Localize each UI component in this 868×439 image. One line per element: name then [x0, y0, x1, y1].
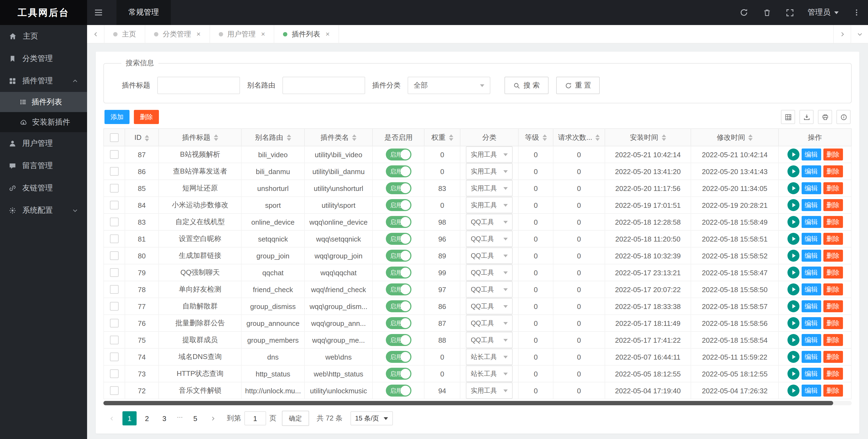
- column-header-title[interactable]: 插件标题: [159, 129, 242, 146]
- category-select[interactable]: 站长工具: [466, 349, 513, 365]
- delete-button[interactable]: 删除: [823, 300, 843, 312]
- sidebar-item-links[interactable]: 友链管理: [0, 177, 87, 199]
- tab-home[interactable]: 主页: [104, 25, 145, 43]
- row-checkbox[interactable]: [110, 336, 119, 345]
- detail-button[interactable]: [787, 149, 799, 160]
- close-icon[interactable]: ×: [261, 30, 265, 37]
- alias-route-input[interactable]: [282, 77, 365, 94]
- tab-scroll-left-button[interactable]: [87, 25, 104, 43]
- delete-button[interactable]: 删除: [823, 216, 843, 228]
- row-checkbox[interactable]: [110, 150, 119, 159]
- print-button[interactable]: [818, 110, 832, 124]
- sidebar-item-plugin[interactable]: 插件管理: [0, 70, 87, 92]
- delete-button[interactable]: 删除: [823, 385, 843, 397]
- delete-button[interactable]: 删除: [823, 250, 843, 262]
- detail-button[interactable]: [787, 385, 799, 397]
- row-checkbox[interactable]: [110, 201, 119, 210]
- page-size-select[interactable]: 15 条/页: [350, 411, 393, 426]
- column-header-level[interactable]: 等级: [518, 129, 553, 146]
- edit-button[interactable]: 编辑: [801, 216, 821, 228]
- sort-icon[interactable]: [214, 134, 218, 141]
- row-checkbox[interactable]: [110, 252, 119, 260]
- edit-button[interactable]: 编辑: [801, 199, 821, 211]
- search-button[interactable]: 搜 索: [504, 77, 548, 94]
- page-button-3[interactable]: 3: [157, 411, 172, 426]
- enable-toggle[interactable]: 启用: [385, 266, 411, 279]
- row-checkbox[interactable]: [110, 386, 119, 395]
- filter-columns-button[interactable]: [781, 110, 795, 124]
- delete-button[interactable]: 删除: [823, 266, 843, 279]
- edit-button[interactable]: 编辑: [801, 165, 821, 177]
- detail-button[interactable]: [787, 368, 799, 380]
- category-select[interactable]: 实用工具: [466, 146, 513, 163]
- row-checkbox[interactable]: [110, 235, 119, 244]
- confirm-button[interactable]: 确定: [282, 411, 309, 426]
- sort-icon[interactable]: [748, 134, 753, 141]
- sidebar-item-install-plugin[interactable]: 安装新插件: [0, 112, 87, 132]
- delete-button[interactable]: 删除: [823, 334, 843, 346]
- category-select[interactable]: 站长工具: [466, 366, 513, 382]
- clear-cache-button[interactable]: [755, 0, 778, 25]
- edit-button[interactable]: 编辑: [801, 283, 821, 295]
- column-header-id[interactable]: ID: [125, 129, 159, 146]
- category-select[interactable]: QQ工具: [466, 214, 513, 230]
- enable-toggle[interactable]: 启用: [385, 149, 411, 160]
- edit-button[interactable]: 编辑: [801, 334, 821, 346]
- category-select[interactable]: QQ工具: [466, 315, 513, 331]
- detail-button[interactable]: [787, 199, 799, 211]
- next-page-button[interactable]: [206, 411, 220, 426]
- enable-toggle[interactable]: 启用: [385, 317, 411, 329]
- category-select[interactable]: QQ工具: [466, 248, 513, 264]
- row-checkbox[interactable]: [110, 319, 119, 328]
- delete-button[interactable]: 删除: [823, 165, 843, 177]
- category-select[interactable]: QQ工具: [466, 264, 513, 281]
- delete-button[interactable]: 删除: [823, 233, 843, 245]
- batch-delete-button[interactable]: 删除: [134, 110, 159, 124]
- edit-button[interactable]: 编辑: [801, 351, 821, 363]
- scrollbar-thumb[interactable]: [103, 401, 833, 405]
- tab-category[interactable]: 分类管理 ×: [145, 25, 210, 43]
- sort-icon[interactable]: [449, 134, 453, 141]
- detail-button[interactable]: [787, 351, 799, 363]
- column-header-req[interactable]: 请求次数...: [553, 129, 605, 146]
- delete-button[interactable]: 删除: [823, 182, 843, 194]
- detail-button[interactable]: [787, 182, 799, 194]
- enable-toggle[interactable]: 启用: [385, 250, 411, 262]
- enable-toggle[interactable]: 启用: [385, 283, 411, 295]
- edit-button[interactable]: 编辑: [801, 317, 821, 329]
- goto-page-input[interactable]: [244, 411, 266, 426]
- edit-button[interactable]: 编辑: [801, 233, 821, 245]
- sort-icon[interactable]: [145, 135, 149, 141]
- row-checkbox[interactable]: [110, 285, 119, 294]
- delete-button[interactable]: 删除: [823, 199, 843, 211]
- category-select[interactable]: QQ工具: [466, 231, 513, 247]
- close-icon[interactable]: ×: [326, 30, 330, 37]
- prev-page-button[interactable]: [104, 411, 119, 426]
- delete-button[interactable]: 删除: [823, 317, 843, 329]
- plugin-title-input[interactable]: [157, 77, 240, 94]
- sidebar-item-home[interactable]: 主页: [0, 25, 87, 47]
- row-checkbox[interactable]: [110, 269, 119, 277]
- delete-button[interactable]: 删除: [823, 351, 843, 363]
- delete-button[interactable]: 删除: [823, 283, 843, 295]
- enable-toggle[interactable]: 启用: [385, 216, 411, 228]
- detail-button[interactable]: [787, 165, 799, 177]
- category-select[interactable]: QQ工具: [466, 298, 513, 314]
- info-button[interactable]: [836, 110, 850, 124]
- column-header-install[interactable]: 安装时间: [604, 129, 691, 146]
- edit-button[interactable]: 编辑: [801, 250, 821, 262]
- add-button[interactable]: 添加: [104, 110, 129, 124]
- delete-button[interactable]: 删除: [823, 368, 843, 380]
- column-header-weight[interactable]: 权重: [424, 129, 460, 146]
- collapse-menu-button[interactable]: [87, 0, 110, 25]
- sort-icon[interactable]: [352, 134, 356, 141]
- sort-icon[interactable]: [661, 134, 666, 141]
- detail-button[interactable]: [787, 233, 799, 245]
- select-all-checkbox[interactable]: [110, 133, 119, 142]
- enable-toggle[interactable]: 启用: [385, 182, 411, 194]
- category-select[interactable]: 实用工具: [466, 382, 513, 399]
- row-checkbox[interactable]: [110, 353, 119, 362]
- detail-button[interactable]: [787, 266, 799, 279]
- sort-icon[interactable]: [286, 134, 291, 141]
- admin-dropdown[interactable]: 管理员: [801, 0, 845, 25]
